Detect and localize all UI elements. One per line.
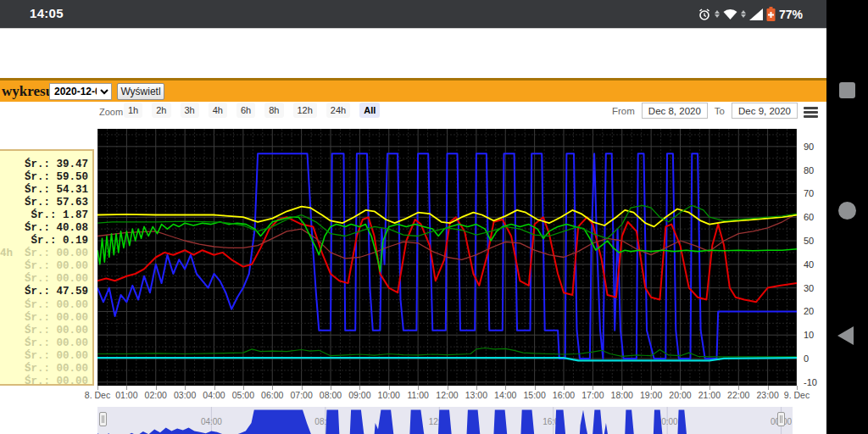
y-tick-label: 20 [804,306,826,316]
y-tick-label: 30 [804,283,826,293]
from-date-input[interactable] [642,103,708,119]
average-row: Śr.: 00.00 [0,363,92,376]
x-tick-mark [535,386,536,390]
x-tick-mark [331,386,331,390]
x-tick-mark [564,386,565,390]
x-tick-mark [359,386,360,390]
x-tick-mark [448,386,448,390]
average-row: Śr.: 0.19 [0,235,92,248]
to-date-input[interactable] [732,103,798,119]
x-tick-mark [622,386,623,390]
x-tick-label: 22:00 [727,390,749,400]
x-tick-label: 21:00 [698,390,721,400]
display-button[interactable]: Wyświetl [117,83,164,100]
zoom-label: Zoom [99,107,123,117]
back-button[interactable] [837,326,854,345]
to-label: To [715,106,725,116]
average-row: Śr.: 00.00 [0,337,92,350]
zoom-button-all[interactable]: All [359,103,380,118]
alarm-icon [698,8,711,21]
x-tick-mark [126,386,127,390]
x-tick-mark [389,386,390,390]
x-tick-mark [768,386,769,390]
y-tick-label: -10 [804,377,826,387]
zoom-button-4h[interactable]: 4h [209,103,227,118]
x-tick-mark [214,386,215,390]
x-tick-label: 08:00 [320,390,342,400]
y-tick-label: 80 [804,165,826,175]
x-tick-label: 07:00 [290,390,312,400]
date-toolbar: wykresu: 2020-12-08 Wyświetl [0,78,826,102]
status-icons: 77% [698,0,803,28]
x-tick-mark [738,386,739,390]
chart-menu-icon[interactable] [804,107,818,118]
y-tick-label: 50 [804,236,826,246]
status-bar: 14:05 77% [0,0,826,29]
average-row: Śr.: 00.00 [0,299,92,312]
from-label: From [612,106,635,116]
zoom-button-8h[interactable]: 8h [264,103,283,118]
date-range-inputs: From To [612,103,798,119]
battery-saver-icon [766,7,776,21]
android-nav-bar [826,0,868,434]
average-row: Śr.: 00.00 [0,273,92,286]
recents-button[interactable] [839,82,855,98]
average-row: Śr.: 59.50 [0,171,92,184]
x-tick-mark [97,386,98,390]
x-tick-label: 12:00 [436,390,458,400]
average-row: Śr.: 00.00 [0,312,92,325]
x-tick-label: 05:00 [232,390,254,400]
x-tick-mark [272,386,273,390]
y-tick-label: 10 [804,330,826,340]
navigator-right-handle[interactable] [777,412,785,426]
x-tick-label: 18:00 [611,390,633,400]
average-row: Śr.: 1.87 [0,209,92,222]
x-tick-mark [243,386,244,390]
x-tick-mark [797,386,798,390]
wifi-icon [723,8,737,20]
average-row: Śr.: 00.00 [0,325,92,337]
x-tick-label: 13:00 [465,390,487,400]
average-row: Śr.: 57.63 [0,197,92,209]
clock-text: 14:05 [30,6,64,20]
x-tick-mark [156,386,157,390]
zoom-button-3h[interactable]: 3h [181,103,199,118]
y-tick-label: 90 [804,142,826,152]
zoom-button-24h[interactable]: 24h [326,103,350,118]
x-tick-label: 01:00 [115,390,137,400]
signal-icon [749,8,763,20]
navigator-track[interactable]: 04:0008:0012:0016:0020:0000:00 [97,407,793,434]
x-tick-mark [709,386,710,390]
x-tick-mark [681,386,682,390]
x-tick-mark [302,386,303,390]
average-row: Śr.: 39.47 [0,159,92,171]
zoom-button-1h[interactable]: 1h [124,103,142,118]
android-screen: 14:05 77% wykresu: [0,0,868,434]
x-tick-label: 14:00 [494,390,516,400]
zoom-button-12h[interactable]: 12h [293,103,317,118]
averages-panel: Śr.: 39.47Śr.: 59.50Śr.: 54.31Śr.: 57.63… [0,149,94,386]
y-tick-label: 40 [804,259,826,270]
x-tick-label: 19:00 [640,390,662,400]
y-tick-label: 0 [804,353,826,364]
x-tick-mark [505,386,506,390]
zoom-button-2h[interactable]: 2h [152,103,170,118]
date-select[interactable]: 2020-12-08 [49,83,112,100]
x-tick-mark [185,386,186,390]
average-row: Śr.: 00.004h [0,248,92,260]
x-tick-label: 09:00 [348,390,370,400]
y-tick-label: 60 [804,212,826,222]
wifi-updown-icon [741,10,746,18]
navigator-left-handle[interactable] [99,412,107,426]
x-tick-label: 10:00 [378,390,400,400]
plot-area[interactable] [97,129,797,386]
home-button[interactable] [838,202,856,220]
zoom-button-6h[interactable]: 6h [236,103,255,118]
x-tick-label: 04:00 [203,390,225,400]
zoom-button-group: 1h2h3h4h6h8h12h24hAll [124,103,380,118]
x-tick-mark [651,386,652,390]
y-tick-label: 70 [804,188,826,198]
x-tick-label: 03:00 [174,390,196,400]
average-row: Śr.: 54.31 [0,184,92,197]
x-tick-label: 02:00 [145,390,167,400]
